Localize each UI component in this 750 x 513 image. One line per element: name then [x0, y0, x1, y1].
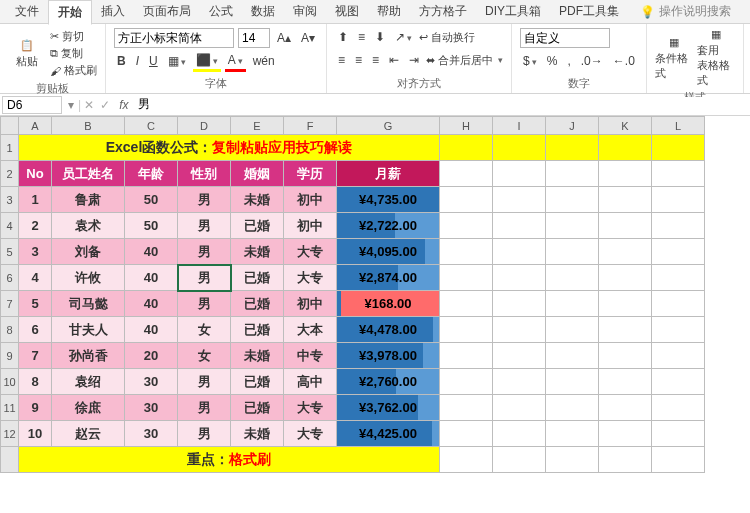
cell-marriage[interactable]: 已婚: [231, 213, 284, 239]
tab-审阅[interactable]: 审阅: [284, 0, 326, 23]
cell-age[interactable]: 20: [125, 343, 178, 369]
empty-cell[interactable]: [440, 187, 493, 213]
cell-marriage[interactable]: 未婚: [231, 239, 284, 265]
tab-PDF工具集[interactable]: PDF工具集: [550, 0, 628, 23]
cell-salary[interactable]: ¥2,874.00: [337, 265, 440, 291]
col-header-F[interactable]: F: [284, 117, 337, 135]
empty-cell[interactable]: [546, 135, 599, 161]
align-center-button[interactable]: ≡: [352, 51, 365, 69]
row-header-13[interactable]: [1, 447, 19, 473]
cell-age[interactable]: 50: [125, 213, 178, 239]
empty-cell[interactable]: [493, 447, 546, 473]
empty-cell[interactable]: [493, 135, 546, 161]
merge-center-button[interactable]: ⬌合并后居中: [426, 52, 503, 69]
decrease-font-button[interactable]: A▾: [298, 29, 318, 47]
tell-me-search[interactable]: 💡操作说明搜索: [640, 3, 731, 20]
name-box[interactable]: [2, 96, 62, 114]
empty-cell[interactable]: [493, 343, 546, 369]
cell-marriage[interactable]: 未婚: [231, 187, 284, 213]
col-header-K[interactable]: K: [599, 117, 652, 135]
header-cell[interactable]: 月薪: [337, 161, 440, 187]
empty-cell[interactable]: [652, 421, 705, 447]
cell-age[interactable]: 30: [125, 395, 178, 421]
paste-button[interactable]: 📋粘贴: [8, 39, 46, 69]
row-header-1[interactable]: 1: [1, 135, 19, 161]
cell-education[interactable]: 初中: [284, 291, 337, 317]
format-painter-button[interactable]: 🖌格式刷: [50, 62, 97, 79]
cell-marriage[interactable]: 已婚: [231, 395, 284, 421]
cell-marriage[interactable]: 未婚: [231, 421, 284, 447]
formula-input[interactable]: [134, 97, 750, 113]
header-cell[interactable]: 员工姓名: [52, 161, 125, 187]
empty-cell[interactable]: [493, 161, 546, 187]
cell-name[interactable]: 孙尚香: [52, 343, 125, 369]
row-header-8[interactable]: 8: [1, 317, 19, 343]
cell-age[interactable]: 30: [125, 421, 178, 447]
col-header-H[interactable]: H: [440, 117, 493, 135]
empty-cell[interactable]: [599, 239, 652, 265]
header-cell[interactable]: 年龄: [125, 161, 178, 187]
cell-marriage[interactable]: 已婚: [231, 317, 284, 343]
cell-sex[interactable]: 女: [178, 343, 231, 369]
row-header-7[interactable]: 7: [1, 291, 19, 317]
fill-color-button[interactable]: ⬛: [193, 51, 221, 72]
empty-cell[interactable]: [599, 317, 652, 343]
cell-name[interactable]: 鲁肃: [52, 187, 125, 213]
empty-cell[interactable]: [440, 161, 493, 187]
empty-cell[interactable]: [546, 369, 599, 395]
empty-cell[interactable]: [546, 239, 599, 265]
footer-cell[interactable]: 重点：格式刷: [19, 447, 440, 473]
cell-education[interactable]: 大专: [284, 395, 337, 421]
row-header-6[interactable]: 6: [1, 265, 19, 291]
worksheet[interactable]: ABCDEFGHIJKL1Excel函数公式：复制粘贴应用技巧解读2No员工姓名…: [0, 116, 750, 512]
cell-sex[interactable]: 男: [178, 369, 231, 395]
empty-cell[interactable]: [546, 187, 599, 213]
cell-salary[interactable]: ¥3,762.00: [337, 395, 440, 421]
cell-name[interactable]: 袁绍: [52, 369, 125, 395]
align-middle-button[interactable]: ≡: [355, 28, 368, 46]
cell-no[interactable]: 6: [19, 317, 52, 343]
dropdown-icon[interactable]: ▾: [64, 98, 78, 112]
cell-no[interactable]: 7: [19, 343, 52, 369]
align-top-button[interactable]: ⬆: [335, 28, 351, 46]
empty-cell[interactable]: [493, 213, 546, 239]
col-header-A[interactable]: A: [19, 117, 52, 135]
empty-cell[interactable]: [599, 265, 652, 291]
empty-cell[interactable]: [440, 135, 493, 161]
col-header-G[interactable]: G: [337, 117, 440, 135]
empty-cell[interactable]: [546, 421, 599, 447]
cell-age[interactable]: 50: [125, 187, 178, 213]
tab-方方格子[interactable]: 方方格子: [410, 0, 476, 23]
align-bottom-button[interactable]: ⬇: [372, 28, 388, 46]
tab-插入[interactable]: 插入: [92, 0, 134, 23]
cell-education[interactable]: 大专: [284, 421, 337, 447]
cell-no[interactable]: 10: [19, 421, 52, 447]
row-header-10[interactable]: 10: [1, 369, 19, 395]
cell-salary[interactable]: ¥4,095.00: [337, 239, 440, 265]
empty-cell[interactable]: [493, 421, 546, 447]
header-cell[interactable]: 学历: [284, 161, 337, 187]
empty-cell[interactable]: [493, 291, 546, 317]
tab-数据[interactable]: 数据: [242, 0, 284, 23]
cell-no[interactable]: 2: [19, 213, 52, 239]
empty-cell[interactable]: [493, 317, 546, 343]
tab-帮助[interactable]: 帮助: [368, 0, 410, 23]
cell-education[interactable]: 中专: [284, 343, 337, 369]
row-header-5[interactable]: 5: [1, 239, 19, 265]
cell-marriage[interactable]: 未婚: [231, 343, 284, 369]
select-all-corner[interactable]: [1, 117, 19, 135]
empty-cell[interactable]: [546, 161, 599, 187]
cell-age[interactable]: 40: [125, 317, 178, 343]
cell-education[interactable]: 初中: [284, 213, 337, 239]
cell-name[interactable]: 刘备: [52, 239, 125, 265]
row-header-2[interactable]: 2: [1, 161, 19, 187]
tab-DIY工具箱[interactable]: DIY工具箱: [476, 0, 550, 23]
cell-age[interactable]: 40: [125, 265, 178, 291]
empty-cell[interactable]: [440, 343, 493, 369]
row-header-9[interactable]: 9: [1, 343, 19, 369]
row-header-4[interactable]: 4: [1, 213, 19, 239]
copy-button[interactable]: ⧉复制: [50, 45, 97, 62]
empty-cell[interactable]: [652, 343, 705, 369]
cell-no[interactable]: 3: [19, 239, 52, 265]
empty-cell[interactable]: [493, 239, 546, 265]
